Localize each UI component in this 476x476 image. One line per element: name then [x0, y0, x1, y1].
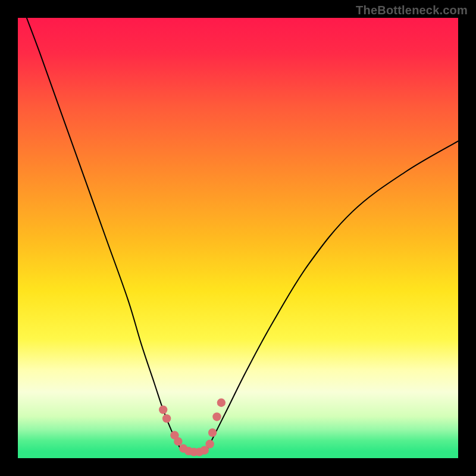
marker-group [159, 399, 226, 456]
marker-right-dots-3 [208, 428, 217, 437]
marker-left-dots-3 [174, 437, 182, 446]
plot-area [18, 18, 458, 458]
watermark-text: TheBottleneck.com [356, 4, 468, 17]
marker-right-dots-4 [212, 412, 221, 421]
curve-left-branch [27, 18, 181, 449]
marker-right-dots-5 [217, 399, 226, 407]
marker-right-dots-2 [205, 440, 214, 448]
curve-group [27, 18, 458, 452]
curve-right-branch [207, 141, 458, 449]
marker-left-dots-1 [162, 414, 171, 422]
chart-root: TheBottleneck.com [0, 0, 476, 476]
marker-left-dots-0 [159, 405, 167, 414]
plot-overlay [18, 18, 458, 458]
